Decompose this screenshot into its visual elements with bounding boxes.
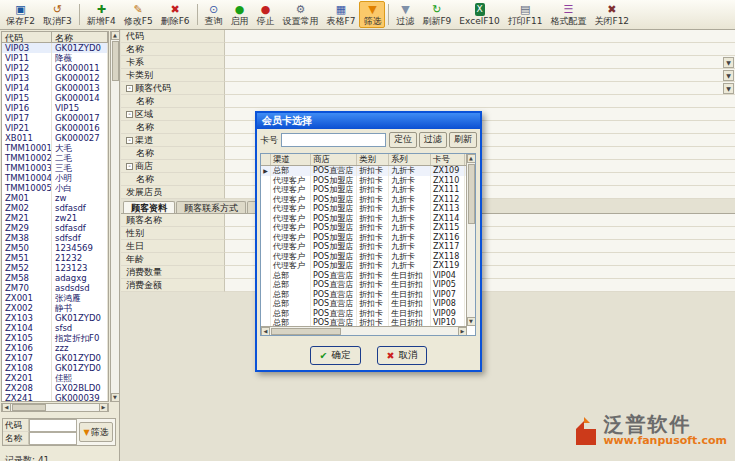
toolbar-button-grid[interactable]: ▦表格F7 — [323, 1, 360, 28]
toolbar-button-excel[interactable]: XExcelF10 — [455, 1, 503, 28]
dialog-column-header[interactable]: 商店 — [311, 154, 357, 165]
tab-1[interactable]: 顾客资料 — [123, 201, 175, 213]
scroll-up-icon[interactable]: ▲ — [467, 154, 476, 163]
customer-list-row[interactable]: ZX241GK000039 — [2, 393, 108, 402]
toolbar-button-format[interactable]: ☰格式配置 — [546, 1, 590, 28]
dialog-table-row[interactable]: 总部POS直营店折扣卡生日折扣VIP05 — [261, 280, 475, 290]
cancel-button[interactable]: ✖ 取消 — [377, 346, 428, 365]
dialog-column-header[interactable]: 渠道 — [271, 154, 311, 165]
dialog-column-header[interactable]: 类别 — [357, 154, 389, 165]
collapse-icon[interactable]: - — [126, 163, 133, 170]
customer-list-row[interactable]: ZM21zw21 — [2, 213, 108, 223]
dialog-table-row[interactable]: 总部POS直营店折扣卡生日折扣VIP08 — [261, 299, 475, 309]
customer-list-row[interactable]: ZX001张鸿雁 — [2, 293, 108, 303]
dialog-table-row[interactable]: 代理客户POS加盟店折扣卡九折卡ZX112 — [261, 195, 475, 205]
dialog-table-row[interactable]: 代理客户POS加盟店折扣卡九折卡ZX116 — [261, 233, 475, 243]
dialog-table-row[interactable]: 总部POS直营店折扣卡生日折扣VIP07 — [261, 290, 475, 300]
toolbar-button-save[interactable]: ▣保存F2 — [2, 1, 39, 28]
dialog-button-3[interactable]: 刷新 — [449, 132, 477, 148]
dialog-button-2[interactable]: 过滤 — [419, 132, 447, 148]
customer-list-row[interactable]: TMM10001大毛 — [2, 143, 108, 153]
dialog-table-row[interactable]: ▶总部POS直营店折扣卡九折卡ZX109 — [261, 166, 475, 176]
customer-list-row[interactable]: VIP16VIP15 — [2, 103, 108, 113]
customer-list-row[interactable]: ZM52123123 — [2, 263, 108, 273]
customer-list-row[interactable]: ZX103GK01ZYD0 — [2, 313, 108, 323]
form-field[interactable] — [225, 95, 735, 108]
dialog-vertical-scrollbar[interactable]: ▲ ▼ — [466, 154, 475, 326]
column-header-name[interactable]: 名称 — [52, 32, 108, 42]
dialog-table-row[interactable]: 代理客户POS加盟店折扣卡九折卡ZX111 — [261, 185, 475, 195]
customer-list-row[interactable]: VIP14GK000013 — [2, 83, 108, 93]
toolbar-button-filter[interactable]: ▼筛选 — [359, 1, 385, 28]
toolbar-button-enable[interactable]: ●启用 — [227, 1, 253, 28]
customer-list-row[interactable]: ZX002静书 — [2, 303, 108, 313]
collapse-icon[interactable]: - — [126, 137, 133, 144]
dialog-table-row[interactable]: 代理客户POS加盟店折扣卡九折卡ZX110 — [261, 176, 475, 186]
customer-list-row[interactable]: VIP03GK01ZYD0 — [2, 43, 108, 53]
form-field[interactable]: ▼ — [225, 69, 735, 82]
form-field[interactable]: ▼ — [225, 82, 735, 95]
dialog-button-1[interactable]: 定位 — [389, 132, 417, 148]
customer-list-row[interactable]: TMM10004小明 — [2, 173, 108, 183]
customer-list-row[interactable]: VIP17GK000017 — [2, 113, 108, 123]
toolbar-button-edit[interactable]: ✎修改F5 — [120, 1, 157, 28]
toolbar-button-delete[interactable]: ✖删除F6 — [157, 1, 194, 28]
scroll-thumb[interactable] — [468, 164, 475, 224]
collapse-icon[interactable]: - — [126, 111, 133, 118]
dialog-table-row[interactable]: 代理客户POS加盟店折扣卡九折卡ZX118 — [261, 252, 475, 262]
dialog-table-row[interactable]: 代理客户POS加盟店折扣卡九折卡ZX114 — [261, 214, 475, 224]
left-vertical-scrollbar[interactable]: ▲ ▼ — [110, 31, 119, 402]
customer-list-row[interactable]: VIP21GK000016 — [2, 123, 108, 133]
scroll-right-icon[interactable]: ▶ — [458, 327, 467, 336]
toolbar-button-query[interactable]: ⊙查询 — [201, 1, 227, 28]
customer-list-row[interactable]: ZM70asdsdsd — [2, 283, 108, 293]
customer-list-row[interactable]: ZM5121232 — [2, 253, 108, 263]
brand-url[interactable]: www.fanpusoft.com — [603, 435, 727, 447]
filter-list-button[interactable]: ▼ 筛选 — [79, 422, 113, 442]
ok-button[interactable]: ✔ 确定 — [310, 346, 361, 365]
dialog-table-row[interactable]: 代理客户POS加盟店折扣卡九折卡ZX119 — [261, 261, 475, 271]
dialog-table-row[interactable]: 总部POS直营店折扣卡生日折扣VIP04 — [261, 271, 475, 281]
toolbar-button-close[interactable]: ✖关闭F12 — [590, 1, 633, 28]
customer-list-row[interactable]: ZM01zw — [2, 193, 108, 203]
toolbar-button-cancel[interactable]: ↺取消F3 — [39, 1, 76, 28]
toolbar-button-add[interactable]: ✚新增F4 — [83, 1, 120, 28]
left-horizontal-scrollbar[interactable]: ◀ ▶ — [1, 403, 109, 412]
dialog-table-row[interactable]: 代理客户POS加盟店折扣卡九折卡ZX117 — [261, 242, 475, 252]
customer-list-row[interactable]: ZM29sdfasdf — [2, 223, 108, 233]
dialog-column-header[interactable]: 卡号 — [431, 154, 465, 165]
scroll-thumb[interactable] — [271, 328, 341, 335]
customer-list-row[interactable]: ZX201佳熙 — [2, 373, 108, 383]
form-field[interactable] — [225, 30, 735, 43]
toolbar-button-stop[interactable]: ●停止 — [253, 1, 279, 28]
customer-list-row[interactable]: ZX106zzz — [2, 343, 108, 353]
customer-list-row[interactable]: ZX105指定折扣F0 — [2, 333, 108, 343]
toolbar-button-refresh[interactable]: ↻刷新F9 — [418, 1, 455, 28]
dialog-title[interactable]: 会员卡选择 — [257, 113, 480, 129]
customer-list-row[interactable]: TMM10005小白 — [2, 183, 108, 193]
scroll-left-icon[interactable]: ◀ — [2, 403, 11, 412]
customer-list-row[interactable]: ZM58adagxg — [2, 273, 108, 283]
customer-list-row[interactable]: ZM501234569 — [2, 243, 108, 253]
customer-list-row[interactable]: ZX104sfsd — [2, 323, 108, 333]
toolbar-button-print[interactable]: ▤打印F11 — [504, 1, 547, 28]
customer-list-row[interactable]: ZX208GX02BLD0 — [2, 383, 108, 393]
toolbar-button-settings[interactable]: ⚙设置常用 — [279, 1, 323, 28]
dropdown-arrow-icon[interactable]: ▼ — [723, 57, 734, 68]
scroll-thumb[interactable] — [112, 41, 119, 81]
customer-list-row[interactable]: TMM10003三毛 — [2, 163, 108, 173]
scroll-thumb[interactable] — [12, 404, 46, 411]
scroll-left-icon[interactable]: ◀ — [261, 327, 270, 336]
collapse-icon[interactable]: - — [126, 85, 133, 92]
customer-list-row[interactable]: ZM38sdfsdf — [2, 233, 108, 243]
scroll-right-icon[interactable]: ▶ — [99, 403, 108, 412]
customer-list-row[interactable]: TMM10002二毛 — [2, 153, 108, 163]
customer-list-row[interactable]: VIP11降薇 — [2, 53, 108, 63]
customer-list-row[interactable]: VIP12GK000011 — [2, 63, 108, 73]
dialog-table-row[interactable]: 代理客户POS加盟店折扣卡九折卡ZX113 — [261, 204, 475, 214]
dropdown-arrow-icon[interactable]: ▼ — [723, 83, 734, 94]
dropdown-arrow-icon[interactable]: ▼ — [723, 70, 734, 81]
customer-list-row[interactable]: ZM02sdfasdf — [2, 203, 108, 213]
scroll-down-icon[interactable]: ▼ — [467, 317, 476, 326]
dialog-table-row[interactable]: 总部POS直营店折扣卡生日折扣VIP09 — [261, 309, 475, 319]
